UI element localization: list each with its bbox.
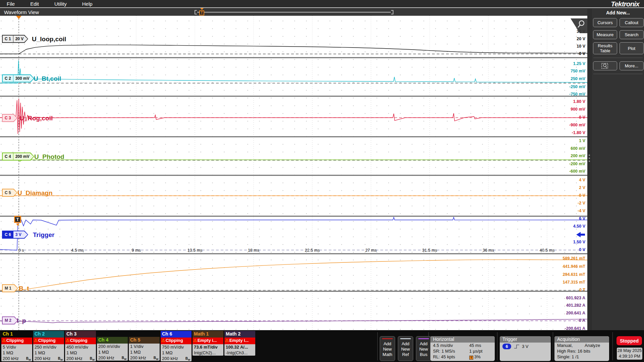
trigger-position-percent: 3%	[474, 354, 481, 359]
time-axis-label: 18 ms	[248, 248, 259, 253]
menu-file[interactable]: File	[7, 1, 15, 7]
channel-id: M 2	[3, 317, 13, 324]
channel-settings-badge-ch3[interactable]: Ch 3⚠Clipping450 mV/div1 MΩ200 kHzBW	[65, 331, 96, 361]
time-axis-label: 40.5 ms	[540, 248, 554, 253]
badge-title: Math 2	[224, 331, 255, 338]
channel-settings-badge-math1[interactable]: Math 1⚠Empty i...73.6 mT/divIntg(Ch2)...	[193, 331, 223, 356]
channel-id: C 4	[3, 153, 13, 160]
badge-row: 200 kHzBW	[1, 356, 32, 361]
callout-button[interactable]: Callout	[620, 18, 644, 27]
scale-label: 601.923 A	[566, 296, 585, 300]
add-new-ref-button[interactable]: AddNewRef	[398, 336, 413, 361]
badge-row: -Intg(Ch3...	[224, 350, 255, 356]
search-button[interactable]: Search	[620, 30, 644, 39]
add-new-bus-button[interactable]: AddNewBus	[416, 336, 431, 361]
menu-utility[interactable]: Utility	[54, 1, 67, 7]
channel-settings-badge-ch4[interactable]: Ch 4200 mV/div1 MΩ200 kHzBW	[97, 337, 128, 361]
add-new-math-button[interactable]: AddNewMath	[380, 336, 395, 361]
trigger-panel[interactable]: Trigger 6 3 V	[500, 336, 551, 361]
channel-name-label[interactable]: B_t	[19, 285, 29, 292]
channel-flag-badge[interactable]: C 6 3 V	[2, 231, 28, 239]
trigger-level-arrow-icon[interactable]	[576, 232, 585, 237]
divider	[553, 332, 553, 360]
bandwidth-icon: BW	[122, 355, 126, 361]
channel-name-label[interactable]: I_p	[17, 317, 26, 324]
channel-name-label[interactable]: U_Bt,coil	[34, 75, 61, 82]
tektronix-logo: Tektronix	[611, 0, 639, 8]
trigger-event-marker-icon[interactable]: T	[14, 216, 21, 223]
cursors-button[interactable]: Cursors	[593, 18, 617, 27]
channel-flag-badge[interactable]: C 4 200 mV	[2, 153, 34, 161]
scale-label: 4.50 V	[573, 224, 585, 229]
scale-label: 250 mV	[571, 76, 585, 81]
channel-id: C 1	[3, 36, 13, 42]
horizontal-panel-title: Horizontal	[430, 336, 495, 343]
badge-row: 450 mV/div	[65, 344, 96, 350]
warning-icon: ⚠	[2, 338, 6, 343]
more-button[interactable]: More...	[620, 61, 644, 70]
plot-button[interactable]: Plot	[620, 42, 644, 54]
channel-flag-badge[interactable]: M 2	[2, 316, 18, 324]
scale-label: 589.261 mT	[563, 256, 585, 261]
badge-row: Intg(Ch2)...	[193, 350, 223, 356]
scale-label: 0 A	[579, 318, 585, 323]
channel-name-label[interactable]: U_Photod	[34, 153, 64, 161]
waveform-plot[interactable]: 30 V20 V10 V0 V1.25 V750 mV250 mV-250 mV…	[0, 16, 587, 330]
channel-flag-badge[interactable]: M 1	[2, 284, 18, 292]
waveform-traces	[0, 16, 587, 330]
bandwidth-icon: BW	[26, 356, 31, 361]
marquee-zoom-button[interactable]	[593, 61, 617, 70]
warning-row: ⚠Empty i...	[224, 338, 255, 344]
trigger-position-triangle-icon[interactable]	[16, 16, 21, 19]
channel-name-label[interactable]: U_loop,coil	[32, 36, 66, 43]
menu-help[interactable]: Help	[82, 1, 93, 7]
run-stop-status-button[interactable]: Stopped	[616, 336, 642, 345]
scale-label: 10 V	[577, 44, 585, 49]
overview-right-bracket[interactable]	[391, 10, 393, 14]
scale-label: 0 V	[579, 115, 585, 120]
channel-flag-badge[interactable]: C 3	[2, 114, 17, 122]
warning-row: ⚠Empty i...	[193, 338, 223, 344]
panel-separator	[593, 58, 643, 58]
time-axis-label: 13.5 ms	[187, 248, 202, 253]
overview-left-bracket[interactable]	[195, 10, 197, 14]
oscilloscope-app: File Edit Utility Help Tektronix Wavefor…	[0, 0, 644, 362]
results-table-button[interactable]: Results Table	[593, 42, 617, 54]
datetime-display: 28 May 2025 4:39:10 PM	[617, 348, 642, 360]
badge-row: 73.6 mT/div	[193, 344, 223, 350]
math-color-stripe	[382, 338, 393, 339]
channel-name-label[interactable]: Trigger	[33, 231, 54, 239]
channel-settings-badge-ch2[interactable]: Ch 2⚠Clipping250 mV/div1 MΩ200 kHzBW	[33, 331, 64, 361]
overview-trigger-triangle-icon	[200, 8, 204, 10]
badge-row: 200 kHzBW	[65, 356, 96, 361]
channel-settings-badge-ch1[interactable]: Ch 1⚠Clipping5 V/div1 MΩ200 kHzBW	[1, 331, 32, 361]
channel-name-label[interactable]: U_Rog,coil	[19, 115, 53, 122]
channel-scale: 3 V	[13, 231, 23, 238]
channel-name-label[interactable]: U_Diamagn	[17, 189, 53, 197]
horizontal-panel[interactable]: Horizontal 4.5 ms/div45 ms SR: 1 MS/s1 µ…	[430, 336, 495, 361]
panel-splitter[interactable]	[587, 9, 592, 330]
waveform-view-title: Waveform View	[4, 9, 39, 15]
trigger-event-marker-triangle-icon	[16, 224, 19, 226]
bandwidth-icon: BW	[185, 356, 190, 361]
channel-flag-badge[interactable]: C 2 300 mV	[2, 74, 34, 82]
warning-icon: ⚠	[193, 338, 197, 343]
channel-flag-badge[interactable]: C 1 20 V	[2, 35, 28, 43]
scale-label: 900 mV	[571, 107, 585, 112]
channel-settings-badge-ch5[interactable]: Ch 51 V/div1 MΩ200 kHzBW	[129, 337, 160, 361]
scale-label: -250 mV	[569, 84, 585, 89]
acquisition-panel-title: Acquisition	[554, 336, 609, 343]
rising-edge-icon	[514, 344, 520, 349]
badge-row: 1 V/div	[129, 344, 160, 349]
warning-icon: ⚠	[34, 338, 38, 343]
menu-edit[interactable]: Edit	[30, 1, 39, 7]
acquisition-overview-bar[interactable]: T	[197, 12, 391, 13]
scale-label: 401.282 A	[566, 303, 585, 308]
channel-flag-badge[interactable]: C 5	[2, 189, 17, 197]
acquisition-panel[interactable]: Acquisition Manual,Analyze High Res: 16 …	[554, 336, 609, 361]
channel-settings-badge-math2[interactable]: Math 2⚠Empty i...100.32 A/...-Intg(Ch3..…	[224, 331, 255, 356]
measure-button[interactable]: Measure	[593, 30, 617, 39]
scale-label: -900 mV	[569, 123, 585, 127]
overview-trigger-flag-icon[interactable]: T	[199, 10, 204, 15]
channel-settings-badge-ch6[interactable]: Ch 6⚠Clipping750 mV/div1 MΩ200 kHzBW	[161, 331, 192, 361]
